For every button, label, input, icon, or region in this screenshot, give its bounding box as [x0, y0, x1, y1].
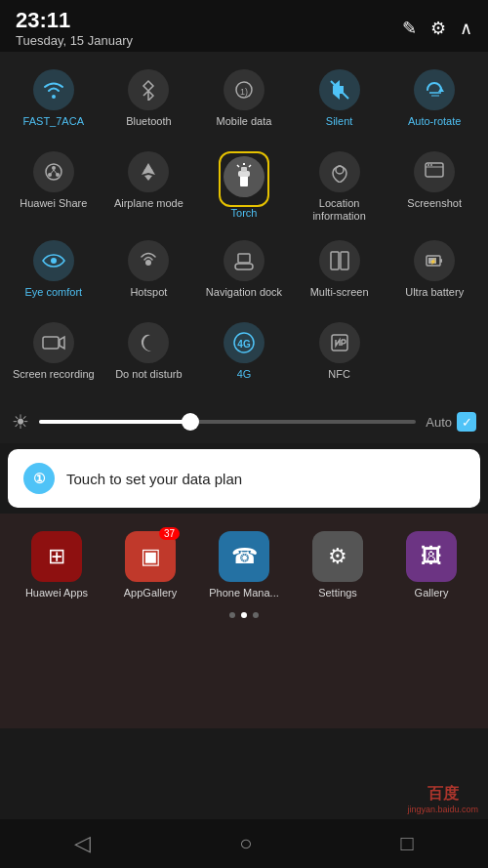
page-dot-2: [253, 612, 259, 618]
brightness-fill: [39, 420, 190, 424]
svg-point-25: [145, 260, 151, 266]
edit-icon[interactable]: ✎: [402, 18, 417, 39]
qs-label-mobile-data: Mobile data: [217, 115, 272, 128]
svg-text:4G: 4G: [237, 339, 251, 350]
qs-label-screen-recording: Screen recording: [13, 368, 95, 381]
qs-item-airplane-mode[interactable]: Airplane mode: [103, 144, 195, 228]
svg-rect-29: [341, 252, 348, 269]
app-label-0: Huawei Apps: [25, 587, 88, 599]
recents-button[interactable]: □: [401, 831, 414, 856]
svg-rect-26: [235, 264, 253, 269]
qs-item-ultra-battery[interactable]: ⚡Ultra battery: [388, 232, 480, 310]
status-date: Tuesday, 15 January: [16, 33, 133, 48]
app-item-4[interactable]: 🖼Gallery: [385, 523, 478, 606]
qs-label-silent: Silent: [326, 115, 353, 128]
app-row: ⊞Huawei Apps▣37AppGallery☎Phone Mana...⚙…: [0, 523, 488, 606]
app-icon-0: ⊞: [31, 531, 82, 582]
qs-icon-wifi: [33, 69, 74, 110]
svg-marker-35: [60, 337, 64, 349]
qs-item-auto-rotate[interactable]: Auto-rotate: [388, 62, 480, 140]
svg-text:1): 1): [240, 87, 248, 97]
brightness-icon: ☀: [12, 410, 29, 434]
qs-icon-huawei-share: [33, 151, 74, 192]
qs-item-nav-dock[interactable]: Navigation dock: [198, 232, 290, 310]
qs-item-hotspot[interactable]: Hotspot: [103, 232, 195, 310]
home-screen: ⊞Huawei Apps▣37AppGallery☎Phone Mana...⚙…: [0, 514, 488, 728]
watermark: 百度 jingyan.baidu.com: [407, 784, 478, 814]
status-bar: 23:11 Tuesday, 15 January ✎ ⚙ ∧: [0, 0, 488, 52]
page-dots: [0, 606, 488, 624]
brightness-thumb[interactable]: [182, 413, 199, 431]
qs-item-nfc[interactable]: NFC: [294, 314, 386, 393]
qs-item-screen-recording[interactable]: Screen recording: [8, 314, 100, 393]
status-icons: ✎ ⚙ ∧: [402, 18, 472, 39]
brightness-auto-label: Auto: [426, 415, 452, 430]
qs-item-location[interactable]: Location information: [294, 144, 386, 228]
qs-icon-do-not-disturb: [128, 322, 169, 363]
qs-item-torch[interactable]: Torch: [198, 144, 290, 228]
collapse-icon[interactable]: ∧: [460, 18, 472, 39]
svg-rect-31: [440, 259, 442, 263]
qs-icon-multi-screen: [319, 240, 360, 281]
auto-checkbox[interactable]: ✓: [457, 412, 476, 432]
svg-point-22: [427, 164, 429, 166]
back-button[interactable]: ◁: [74, 831, 91, 856]
home-button[interactable]: ○: [239, 831, 252, 856]
svg-rect-15: [241, 167, 247, 172]
app-label-2: Phone Mana...: [209, 587, 279, 599]
svg-text:⚡: ⚡: [429, 258, 437, 266]
qs-item-wifi[interactable]: FAST_7ACA: [8, 62, 100, 140]
qs-icon-airplane-mode: [128, 151, 169, 192]
brightness-slider-container[interactable]: [39, 420, 416, 424]
qs-label-4g: 4G: [237, 368, 252, 381]
brightness-slider[interactable]: [39, 420, 416, 424]
watermark-logo: 百度: [427, 784, 459, 805]
svg-marker-4: [438, 87, 444, 92]
qs-item-mobile-data[interactable]: 1)Mobile data: [198, 62, 290, 140]
app-item-3[interactable]: ⚙Settings: [291, 523, 385, 606]
app-item-1[interactable]: ▣37AppGallery: [103, 523, 197, 606]
qs-label-airplane-mode: Airplane mode: [114, 197, 183, 210]
app-label-3: Settings: [318, 587, 357, 599]
qs-label-location: Location information: [298, 197, 382, 223]
qs-label-huawei-share: Huawei Share: [20, 197, 87, 210]
qs-label-hotspot: Hotspot: [130, 286, 167, 299]
svg-line-12: [54, 170, 58, 175]
qs-icon-auto-rotate: [414, 69, 455, 110]
svg-point-24: [51, 258, 57, 264]
qs-item-multi-screen[interactable]: Multi-screen: [294, 232, 386, 310]
qs-icon-bluetooth: [128, 69, 169, 110]
qs-item-bluetooth[interactable]: Bluetooth: [103, 62, 195, 140]
qs-icon-screen-recording: [33, 322, 74, 363]
qs-label-screenshot: Screenshot: [407, 197, 462, 210]
qs-label-torch: Torch: [231, 207, 258, 220]
app-item-0[interactable]: ⊞Huawei Apps: [10, 523, 103, 606]
qs-label-nav-dock: Navigation dock: [206, 286, 282, 299]
qs-item-eye-comfort[interactable]: Eye comfort: [8, 232, 100, 310]
svg-rect-27: [238, 254, 250, 263]
qs-item-do-not-disturb[interactable]: Do not disturb: [103, 314, 195, 393]
qs-item-silent[interactable]: Silent: [294, 62, 386, 140]
svg-rect-34: [43, 337, 59, 349]
app-item-2[interactable]: ☎Phone Mana...: [197, 523, 291, 606]
qs-icon-torch: [224, 156, 264, 197]
qs-item-screenshot[interactable]: Screenshot: [388, 144, 480, 228]
app-label-1: AppGallery: [124, 587, 177, 599]
quick-settings-panel: FAST_7ACABluetooth1)Mobile dataSilentAut…: [0, 52, 488, 400]
settings-icon[interactable]: ⚙: [430, 18, 446, 39]
qs-icon-ultra-battery: ⚡: [414, 240, 455, 281]
qs-label-do-not-disturb: Do not disturb: [115, 368, 182, 381]
qs-icon-4g: 4G: [224, 322, 264, 363]
app-badge-1: 37: [159, 527, 180, 540]
app-label-4: Gallery: [415, 587, 449, 599]
app-icon-3: ⚙: [312, 531, 363, 582]
data-plan-banner[interactable]: ① Touch to set your data plan: [8, 449, 480, 508]
qs-label-nfc: NFC: [328, 368, 350, 381]
qs-item-huawei-share[interactable]: Huawei Share: [8, 144, 100, 228]
qs-icon-location: [319, 151, 360, 192]
svg-point-23: [430, 164, 432, 166]
qs-item-4g[interactable]: 4G4G: [198, 314, 290, 393]
data-plan-text: Touch to set your data plan: [66, 471, 242, 487]
app-icon-2: ☎: [219, 531, 269, 582]
qs-icon-hotspot: [128, 240, 169, 281]
